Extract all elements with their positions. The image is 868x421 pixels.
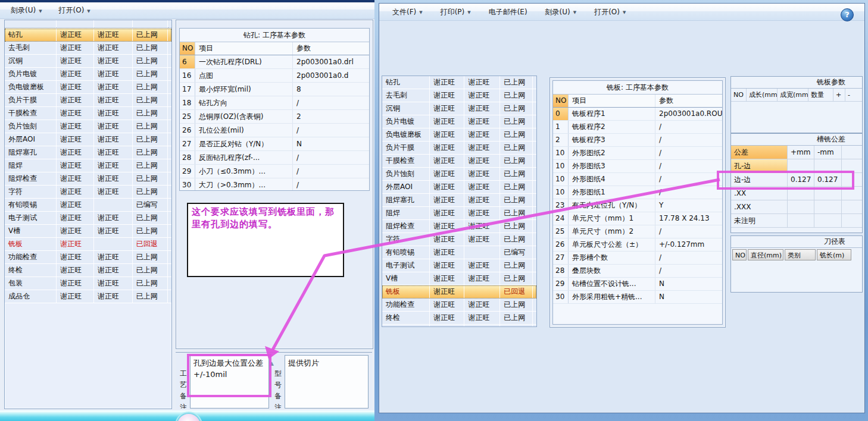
param-row[interactable]: 6一次钻孔程序(DRL)2p003001a0.drl bbox=[180, 55, 369, 69]
table-row[interactable]: 钻孔谢正旺谢正旺已上网 bbox=[382, 76, 536, 89]
param-row[interactable]: 29小刀（≤0.3mm）.../ bbox=[180, 165, 369, 178]
table-row[interactable]: 外层AOI谢正旺谢正旺已上网 bbox=[382, 181, 536, 194]
table-row[interactable]: 阻焊塞孔谢正旺谢正旺已上网 bbox=[382, 194, 536, 207]
scroll-up-icon[interactable]: ▲ bbox=[270, 360, 274, 366]
model-remark-input[interactable]: 提供切片 bbox=[285, 355, 369, 409]
param-row[interactable]: 16点图2p003001a0.d bbox=[180, 69, 369, 83]
column-header[interactable]: 直径(mm) bbox=[748, 249, 783, 260]
tolerance-row[interactable]: 孔-边 bbox=[731, 159, 862, 173]
table-row[interactable]: V槽谢正旺谢正旺已上网 bbox=[5, 225, 171, 238]
param-row[interactable]: 30外形采用粗铣+精铣...N bbox=[553, 291, 722, 304]
param-row[interactable]: 18钻孔方向/ bbox=[180, 96, 369, 110]
table-row[interactable]: 有铅喷锡谢正旺已编写 bbox=[382, 246, 536, 259]
table-row[interactable]: 包装谢正旺谢正旺已上网 bbox=[5, 277, 171, 290]
col-header-value[interactable]: 参数 bbox=[655, 95, 722, 107]
col-header-item[interactable]: 项目 bbox=[569, 95, 655, 107]
table-row[interactable]: 负电镀磨板谢正旺谢正旺已上网 bbox=[382, 128, 536, 142]
menu-item[interactable]: 刻录(U)▼ bbox=[542, 7, 580, 17]
table-row[interactable]: 字符谢正旺谢正旺已上网 bbox=[382, 233, 536, 246]
menu-item[interactable]: 文件(F)▼ bbox=[389, 7, 426, 17]
table-row[interactable]: 阻焊谢正旺谢正旺已上网 bbox=[5, 159, 171, 172]
table-row[interactable]: 去毛刺谢正旺谢正旺已上网 bbox=[382, 89, 536, 102]
tolerance-row[interactable]: .XX bbox=[731, 187, 862, 200]
table-row[interactable]: 电子测试谢正旺谢正旺已上网 bbox=[382, 259, 536, 272]
table-row[interactable]: 有铅喷锡谢正旺已编写 bbox=[5, 199, 171, 212]
table-row[interactable]: 终检谢正旺谢正旺已上网 bbox=[382, 312, 536, 325]
table-row[interactable]: 去毛刺谢正旺谢正旺已上网 bbox=[5, 42, 171, 55]
table-row[interactable]: 终检谢正旺谢正旺已上网 bbox=[5, 264, 171, 277]
taskbar[interactable] bbox=[0, 410, 379, 421]
menu-item[interactable]: 打开(O)▼ bbox=[55, 5, 94, 15]
param-row[interactable]: 23有无内定位孔（Y/N）Y bbox=[553, 199, 722, 212]
tolerance-row[interactable]: 未注明 bbox=[731, 214, 862, 228]
param-row[interactable]: 2铣板程序3/ bbox=[553, 134, 722, 147]
table-row[interactable]: 成品仓谢正旺谢正旺已上网 bbox=[5, 290, 171, 303]
param-row[interactable]: 27异形槽个数/ bbox=[553, 252, 722, 265]
table-row[interactable]: 干膜检查谢正旺谢正旺已上网 bbox=[5, 107, 171, 120]
param-row[interactable]: 24单元尺寸（mm）117.78 X 24.13 bbox=[553, 212, 722, 225]
table-row[interactable]: V槽谢正旺谢正旺已上网 bbox=[382, 272, 536, 285]
table-row[interactable]: 负片电镀谢正旺谢正旺已上网 bbox=[5, 68, 171, 81]
param-row[interactable]: 28叠层块数/ bbox=[553, 265, 722, 278]
param-row[interactable]: 10外形图纸2/ bbox=[553, 147, 722, 160]
table-row[interactable]: 功能检查谢正旺谢正旺已上网 bbox=[382, 299, 536, 312]
param-row[interactable]: 10外形图纸4/ bbox=[553, 173, 722, 186]
tolerance-col-plus[interactable]: +mm bbox=[788, 146, 814, 159]
col-header-item[interactable]: 项目 bbox=[195, 42, 293, 55]
process-remark-input[interactable]: 孔到边最大位置公差+/-10mil bbox=[190, 355, 269, 409]
table-row[interactable]: 沉铜谢正旺谢正旺已上网 bbox=[5, 55, 171, 68]
column-header[interactable]: 成宽(mm) bbox=[778, 89, 808, 101]
column-header[interactable]: 数量 bbox=[808, 89, 833, 101]
table-row[interactable]: 负片电镀谢正旺谢正旺已上网 bbox=[382, 115, 536, 128]
table-row[interactable]: 负电镀磨板谢正旺谢正旺已上网 bbox=[5, 81, 171, 94]
table-row[interactable]: 干膜检查谢正旺谢正旺已上网 bbox=[382, 155, 536, 168]
table-row[interactable]: 负片蚀刻谢正旺谢正旺已上网 bbox=[5, 120, 171, 133]
start-orb-icon[interactable] bbox=[176, 413, 201, 421]
column-header[interactable]: 铣长(m) bbox=[817, 249, 851, 260]
param-row[interactable]: 10外形图纸3/ bbox=[553, 160, 722, 173]
table-row[interactable]: 钻孔谢正旺谢正旺已上网 bbox=[5, 29, 171, 42]
column-header[interactable]: + bbox=[833, 89, 845, 101]
table-row[interactable]: 字符谢正旺谢正旺已上网 bbox=[5, 186, 171, 199]
table-row[interactable]: 铣板谢正旺已回退 bbox=[382, 285, 536, 299]
table-row[interactable]: 铣板谢正旺已回退 bbox=[5, 238, 171, 251]
param-row[interactable]: 1铣板程序2/ bbox=[553, 121, 722, 134]
help-icon[interactable]: ? bbox=[841, 8, 854, 21]
column-header[interactable]: NO bbox=[732, 249, 747, 260]
tolerance-row[interactable]: 边-边0.1270.127 bbox=[731, 173, 862, 187]
param-row[interactable]: 30大刀（>0.3mm）.../ bbox=[180, 178, 369, 191]
table-row[interactable]: 包装谢正旺谢正旺已上网 bbox=[382, 325, 536, 327]
param-row[interactable]: 29钻槽位置不设计铣...N bbox=[553, 278, 722, 291]
param-row[interactable]: 25总铜厚(OZ)(含表铜)2 bbox=[180, 110, 369, 124]
menu-item[interactable]: 打开(O)▼ bbox=[591, 7, 629, 17]
table-row[interactable]: 阻焊检查谢正旺谢正旺已上网 bbox=[382, 220, 536, 233]
tolerance-col-minus[interactable]: -mm bbox=[814, 146, 842, 159]
table-row[interactable]: 功能检查谢正旺谢正旺已上网 bbox=[5, 251, 171, 264]
param-row[interactable]: 17最小焊环宽(mil)8 bbox=[180, 83, 369, 96]
table-row[interactable]: 负片干膜谢正旺谢正旺已上网 bbox=[5, 94, 171, 107]
param-row[interactable]: 0铣板程序12p003001a0.ROU bbox=[553, 108, 722, 121]
table-row[interactable]: 负片干膜谢正旺谢正旺已上网 bbox=[382, 142, 536, 155]
table-row[interactable]: 电子测试谢正旺谢正旺已上网 bbox=[5, 212, 171, 225]
col-header-no[interactable]: NO bbox=[553, 95, 569, 107]
param-row[interactable]: 25单元尺寸（mm）2/ bbox=[553, 225, 722, 238]
tolerance-row[interactable]: .XXX bbox=[731, 200, 862, 214]
menu-item[interactable]: 打印(P)▼ bbox=[437, 7, 474, 17]
param-row[interactable]: 26单元板尺寸公差（±）+/-0.127mm bbox=[553, 238, 722, 252]
param-row[interactable]: 10外形图纸1/ bbox=[553, 186, 722, 199]
column-header[interactable]: 类别 bbox=[785, 249, 816, 260]
column-header[interactable]: NO bbox=[731, 89, 747, 101]
param-row[interactable]: 27是否正反对钻（Y/N）N bbox=[180, 137, 369, 151]
table-row[interactable]: 外层AOI谢正旺谢正旺已上网 bbox=[5, 133, 171, 146]
table-row[interactable]: 阻焊塞孔谢正旺谢正旺已上网 bbox=[5, 146, 171, 159]
menu-item[interactable]: 电子邮件(E) bbox=[485, 7, 531, 17]
table-row[interactable]: 阻焊谢正旺谢正旺已上网 bbox=[382, 207, 536, 220]
col-header-value[interactable]: 参数 bbox=[293, 42, 369, 55]
table-row[interactable]: 负片蚀刻谢正旺谢正旺已上网 bbox=[382, 168, 536, 181]
menu-item[interactable]: 刻录(U)▼ bbox=[7, 5, 46, 15]
param-row[interactable]: 26孔位公差(mil)/ bbox=[180, 124, 369, 137]
tolerance-col-label[interactable]: 公差 bbox=[731, 146, 788, 159]
table-row[interactable]: 阻焊检查谢正旺谢正旺已上网 bbox=[5, 172, 171, 186]
col-header-no[interactable]: NO bbox=[180, 42, 195, 55]
table-row[interactable]: 沉铜谢正旺谢正旺已上网 bbox=[382, 102, 536, 115]
